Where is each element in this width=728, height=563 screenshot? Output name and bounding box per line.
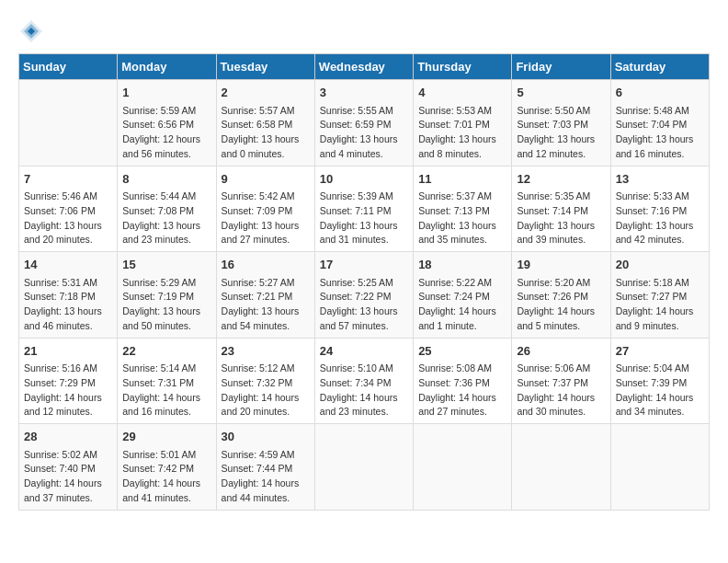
- calendar-cell: 2Sunrise: 5:57 AM Sunset: 6:58 PM Daylig…: [216, 80, 314, 167]
- calendar-cell: 1Sunrise: 5:59 AM Sunset: 6:56 PM Daylig…: [118, 80, 216, 167]
- day-info: Sunrise: 5:22 AM Sunset: 7:24 PM Dayligh…: [418, 276, 506, 334]
- calendar-cell: 19Sunrise: 5:20 AM Sunset: 7:26 PM Dayli…: [512, 252, 610, 339]
- day-info: Sunrise: 5:14 AM Sunset: 7:31 PM Dayligh…: [122, 362, 210, 419]
- day-info: Sunrise: 5:39 AM Sunset: 7:11 PM Dayligh…: [320, 190, 408, 247]
- day-number: 11: [418, 170, 506, 189]
- day-number: 9: [222, 170, 310, 189]
- day-info: Sunrise: 5:59 AM Sunset: 6:56 PM Dayligh…: [122, 104, 210, 162]
- logo: [18, 18, 46, 44]
- calendar-cell: 8Sunrise: 5:44 AM Sunset: 7:08 PM Daylig…: [118, 166, 216, 252]
- calendar-cell: 6Sunrise: 5:48 AM Sunset: 7:04 PM Daylig…: [610, 80, 709, 167]
- calendar-cell: 3Sunrise: 5:55 AM Sunset: 6:59 PM Daylig…: [314, 80, 413, 167]
- day-info: Sunrise: 5:08 AM Sunset: 7:36 PM Dayligh…: [418, 362, 506, 419]
- day-info: Sunrise: 5:29 AM Sunset: 7:19 PM Dayligh…: [122, 276, 210, 334]
- day-info: Sunrise: 5:04 AM Sunset: 7:39 PM Dayligh…: [616, 362, 704, 419]
- week-row-2: 7Sunrise: 5:46 AM Sunset: 7:06 PM Daylig…: [19, 166, 710, 252]
- day-info: Sunrise: 5:06 AM Sunset: 7:37 PM Dayligh…: [517, 362, 605, 419]
- calendar-cell: [314, 424, 413, 511]
- day-info: Sunrise: 5:25 AM Sunset: 7:22 PM Dayligh…: [320, 276, 408, 334]
- calendar-cell: 18Sunrise: 5:22 AM Sunset: 7:24 PM Dayli…: [414, 252, 512, 339]
- day-info: Sunrise: 5:10 AM Sunset: 7:34 PM Dayligh…: [320, 362, 408, 419]
- header-day-sunday: Sunday: [19, 54, 118, 80]
- day-number: 27: [616, 342, 704, 361]
- calendar-cell: 13Sunrise: 5:33 AM Sunset: 7:16 PM Dayli…: [610, 166, 709, 252]
- day-number: 30: [222, 428, 310, 446]
- logo-icon: [18, 18, 44, 44]
- calendar-cell: 12Sunrise: 5:35 AM Sunset: 7:14 PM Dayli…: [512, 166, 610, 252]
- day-info: Sunrise: 5:01 AM Sunset: 7:42 PM Dayligh…: [122, 448, 210, 506]
- day-number: 12: [517, 170, 605, 189]
- day-info: Sunrise: 5:27 AM Sunset: 7:21 PM Dayligh…: [222, 276, 310, 334]
- calendar-cell: 15Sunrise: 5:29 AM Sunset: 7:19 PM Dayli…: [118, 252, 216, 339]
- calendar-cell: [19, 80, 118, 167]
- calendar-cell: 25Sunrise: 5:08 AM Sunset: 7:36 PM Dayli…: [414, 338, 512, 424]
- week-row-3: 14Sunrise: 5:31 AM Sunset: 7:18 PM Dayli…: [19, 252, 710, 339]
- calendar-cell: 10Sunrise: 5:39 AM Sunset: 7:11 PM Dayli…: [314, 166, 413, 252]
- week-row-4: 21Sunrise: 5:16 AM Sunset: 7:29 PM Dayli…: [19, 338, 710, 424]
- day-number: 23: [222, 342, 310, 361]
- day-number: 20: [616, 256, 704, 274]
- day-number: 17: [320, 256, 408, 274]
- day-number: 16: [222, 256, 310, 274]
- day-info: Sunrise: 5:35 AM Sunset: 7:14 PM Dayligh…: [517, 190, 605, 247]
- day-number: 2: [222, 84, 310, 102]
- day-number: 26: [517, 342, 605, 361]
- day-number: 8: [122, 170, 210, 189]
- calendar-cell: 17Sunrise: 5:25 AM Sunset: 7:22 PM Dayli…: [314, 252, 413, 339]
- header-day-tuesday: Tuesday: [216, 54, 314, 80]
- day-number: 6: [616, 84, 704, 102]
- week-row-1: 1Sunrise: 5:59 AM Sunset: 6:56 PM Daylig…: [19, 80, 710, 167]
- calendar-cell: 9Sunrise: 5:42 AM Sunset: 7:09 PM Daylig…: [216, 166, 314, 252]
- calendar-cell: 20Sunrise: 5:18 AM Sunset: 7:27 PM Dayli…: [610, 252, 709, 339]
- header-day-wednesday: Wednesday: [314, 54, 413, 80]
- calendar-cell: [610, 424, 709, 511]
- calendar-cell: [414, 424, 512, 511]
- calendar-cell: 11Sunrise: 5:37 AM Sunset: 7:13 PM Dayli…: [414, 166, 512, 252]
- day-info: Sunrise: 5:12 AM Sunset: 7:32 PM Dayligh…: [222, 362, 310, 419]
- calendar-table: SundayMondayTuesdayWednesdayThursdayFrid…: [18, 53, 710, 511]
- calendar-cell: 23Sunrise: 5:12 AM Sunset: 7:32 PM Dayli…: [216, 338, 314, 424]
- day-number: 28: [24, 428, 112, 446]
- header-day-friday: Friday: [512, 54, 610, 80]
- calendar-cell: 5Sunrise: 5:50 AM Sunset: 7:03 PM Daylig…: [512, 80, 610, 167]
- day-number: 1: [122, 84, 210, 102]
- day-number: 5: [517, 84, 605, 102]
- day-number: 22: [122, 342, 210, 361]
- calendar-cell: 29Sunrise: 5:01 AM Sunset: 7:42 PM Dayli…: [118, 424, 216, 511]
- day-info: Sunrise: 5:37 AM Sunset: 7:13 PM Dayligh…: [418, 190, 506, 247]
- day-info: Sunrise: 5:20 AM Sunset: 7:26 PM Dayligh…: [517, 276, 605, 334]
- day-info: Sunrise: 5:16 AM Sunset: 7:29 PM Dayligh…: [24, 362, 112, 419]
- day-number: 14: [24, 256, 112, 274]
- calendar-cell: 14Sunrise: 5:31 AM Sunset: 7:18 PM Dayli…: [19, 252, 118, 339]
- day-info: Sunrise: 5:33 AM Sunset: 7:16 PM Dayligh…: [616, 190, 704, 247]
- day-number: 24: [320, 342, 408, 361]
- calendar-cell: 28Sunrise: 5:02 AM Sunset: 7:40 PM Dayli…: [19, 424, 118, 511]
- day-info: Sunrise: 5:55 AM Sunset: 6:59 PM Dayligh…: [320, 104, 408, 162]
- day-info: Sunrise: 4:59 AM Sunset: 7:44 PM Dayligh…: [222, 448, 310, 506]
- day-number: 7: [24, 170, 112, 189]
- day-number: 10: [320, 170, 408, 189]
- calendar-cell: [512, 424, 610, 511]
- calendar-cell: 22Sunrise: 5:14 AM Sunset: 7:31 PM Dayli…: [118, 338, 216, 424]
- calendar-body: 1Sunrise: 5:59 AM Sunset: 6:56 PM Daylig…: [19, 80, 710, 511]
- header-day-monday: Monday: [118, 54, 216, 80]
- day-info: Sunrise: 5:02 AM Sunset: 7:40 PM Dayligh…: [24, 448, 112, 506]
- day-info: Sunrise: 5:46 AM Sunset: 7:06 PM Dayligh…: [24, 190, 112, 247]
- day-number: 18: [418, 256, 506, 274]
- calendar-cell: 30Sunrise: 4:59 AM Sunset: 7:44 PM Dayli…: [216, 424, 314, 511]
- day-info: Sunrise: 5:48 AM Sunset: 7:04 PM Dayligh…: [616, 104, 704, 162]
- header-row: SundayMondayTuesdayWednesdayThursdayFrid…: [19, 54, 710, 80]
- day-info: Sunrise: 5:50 AM Sunset: 7:03 PM Dayligh…: [517, 104, 605, 162]
- calendar-cell: 16Sunrise: 5:27 AM Sunset: 7:21 PM Dayli…: [216, 252, 314, 339]
- day-number: 29: [122, 428, 210, 446]
- header-day-saturday: Saturday: [610, 54, 709, 80]
- day-info: Sunrise: 5:57 AM Sunset: 6:58 PM Dayligh…: [222, 104, 310, 162]
- page-header: [18, 18, 710, 44]
- day-number: 4: [418, 84, 506, 102]
- day-number: 13: [616, 170, 704, 189]
- day-info: Sunrise: 5:31 AM Sunset: 7:18 PM Dayligh…: [24, 276, 112, 334]
- day-number: 3: [320, 84, 408, 102]
- day-info: Sunrise: 5:42 AM Sunset: 7:09 PM Dayligh…: [222, 190, 310, 247]
- calendar-cell: 24Sunrise: 5:10 AM Sunset: 7:34 PM Dayli…: [314, 338, 413, 424]
- day-number: 19: [517, 256, 605, 274]
